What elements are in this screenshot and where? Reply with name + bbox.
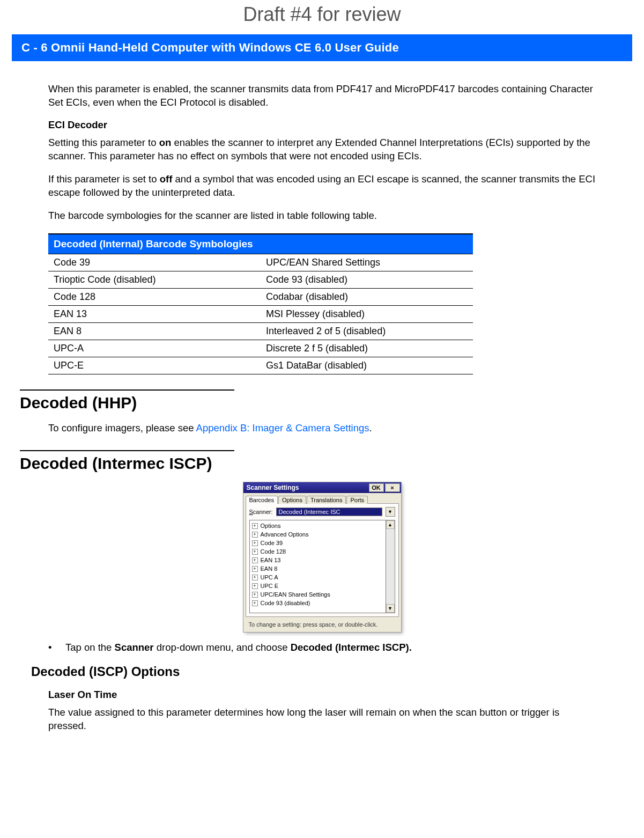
settings-tree[interactable]: +Options+Advanced Options+Code 39+Code 1… [249,520,386,613]
scrollbar[interactable]: ▲ ▼ [386,520,395,613]
scanner-label: Scanner: [249,509,273,515]
eci-paragraph-2: If this parameter is set to off and a sy… [48,173,596,200]
table-cell: Discrete 2 f 5 (disabled) [261,340,473,357]
expand-icon[interactable]: + [252,549,258,555]
decoded-iscp-options-heading: Decoded (ISCP) Options [31,664,596,679]
expand-icon[interactable]: + [252,600,258,606]
table-cell: EAN 8 [48,322,261,340]
tree-item-label: UPC E [261,583,279,589]
table-cell: Gs1 DataBar (disabled) [261,357,473,374]
text-fragment: If this parameter is set to [48,173,160,185]
text-fragment: . [369,422,372,433]
expand-icon[interactable]: + [252,523,258,529]
table-row: EAN 13MSI Plessey (disabled) [48,305,473,322]
tab-options[interactable]: Options [278,496,306,504]
dialog-tabs: BarcodesOptionsTranslationsPorts [243,493,401,503]
symbologies-table-header: Decoded (Internal) Barcode Symbologies [48,234,473,254]
ok-button[interactable]: OK [369,483,384,492]
tree-item[interactable]: +EAN 13 [251,556,384,564]
expand-icon[interactable]: + [252,566,258,572]
appendix-b-link[interactable]: Appendix B: Imager & Camera Settings [196,422,369,433]
dialog-hint-text: To change a setting: press space, or dou… [246,619,399,632]
scanner-dropdown[interactable]: Decoded (Intermec ISC [276,508,382,516]
expand-icon[interactable]: + [252,532,258,538]
bold-on: on [159,137,172,148]
instruction-bullet: • Tap on the Scanner drop-down menu, and… [48,642,596,653]
table-row: Code 39UPC/EAN Shared Settings [48,254,473,271]
laser-paragraph: The value assigned to this parameter det… [48,706,596,733]
table-row: UPC-ADiscrete 2 f 5 (disabled) [48,340,473,357]
table-row: Code 128Codabar (disabled) [48,288,473,305]
expand-icon[interactable]: + [252,557,258,563]
tree-item[interactable]: +Code 93 (disabled) [251,599,384,607]
tree-item[interactable]: +UPC/EAN Shared Settings [251,590,384,599]
page-header-bar: C - 6 Omnii Hand-Held Computer with Wind… [12,34,632,61]
tree-item-label: EAN 8 [261,565,278,572]
text-fragment: To configure imagers, please see [48,422,196,433]
scroll-track[interactable] [386,529,395,604]
tree-item-label: Code 93 (disabled) [261,600,310,606]
table-cell: UPC-A [48,340,261,357]
eci-paragraph-1: Setting this parameter to on enables the… [48,136,596,163]
tree-item-label: EAN 13 [261,557,281,563]
section-rule [20,450,234,451]
tree-item-label: UPC/EAN Shared Settings [261,591,330,598]
table-cell: Code 39 [48,254,261,271]
tree-item-label: Advanced Options [261,531,309,538]
tree-item[interactable]: +UPC A [251,573,384,582]
table-cell: Interleaved 2 of 5 (disabled) [261,322,473,340]
tree-item[interactable]: +EAN 8 [251,564,384,573]
eci-decoder-heading: ECI Decoder [48,119,596,131]
expand-icon[interactable]: + [252,540,258,546]
table-cell: UPC-E [48,357,261,374]
decoded-iscp-heading: Decoded (Intermec ISCP) [20,454,596,473]
table-cell: Trioptic Code (disabled) [48,271,261,288]
close-button[interactable]: × [385,483,400,492]
table-row: Trioptic Code (disabled)Code 93 (disable… [48,271,473,288]
scroll-up-icon[interactable]: ▲ [386,520,395,529]
tree-item[interactable]: +Code 128 [251,547,384,556]
text-fragment: drop-down menu, and choose [154,642,291,653]
tree-item[interactable]: +Advanced Options [251,530,384,539]
dialog-title-text: Scanner Settings [247,484,368,491]
table-row: UPC-EGs1 DataBar (disabled) [48,357,473,374]
bold-off: off [160,173,173,185]
table-cell: Code 93 (disabled) [261,271,473,288]
section-rule [20,389,234,391]
table-cell: Codabar (disabled) [261,288,473,305]
table-cell: Code 128 [48,288,261,305]
hhp-paragraph: To configure imagers, please see Appendi… [48,422,596,435]
expand-icon[interactable]: + [252,592,258,598]
table-cell: EAN 13 [48,305,261,322]
tab-ports[interactable]: Ports [346,496,368,504]
bold-scanner: Scanner [115,642,154,653]
draft-watermark: Draft #4 for review [0,0,644,29]
table-cell: MSI Plessey (disabled) [261,305,473,322]
symbologies-table: Decoded (Internal) Barcode Symbologies C… [48,233,473,374]
table-cell: UPC/EAN Shared Settings [261,254,473,271]
scanner-settings-dialog: Scanner Settings OK × BarcodesOptionsTra… [243,482,401,632]
dialog-titlebar: Scanner Settings OK × [243,482,401,493]
decoded-hhp-heading: Decoded (HHP) [20,394,596,412]
tab-translations[interactable]: Translations [307,496,346,504]
tree-item[interactable]: +UPC E [251,582,384,590]
dropdown-arrow-icon[interactable]: ▼ [386,507,395,517]
tree-item-label: UPC A [261,574,278,580]
tab-barcodes[interactable]: Barcodes [246,496,278,504]
bullet-marker: • [48,642,56,653]
text-fragment: Setting this parameter to [48,137,159,148]
table-row: EAN 8Interleaved 2 of 5 (disabled) [48,322,473,340]
tree-item[interactable]: +Options [251,521,384,530]
eci-paragraph-3: The barcode symbologies for the scanner … [48,209,596,223]
intro-paragraph: When this parameter is enabled, the scan… [48,83,596,109]
tree-item[interactable]: +Code 39 [251,539,384,547]
bold-decoded-iscp: Decoded (Intermec ISCP). [291,642,412,653]
tree-item-label: Options [261,523,281,529]
expand-icon[interactable]: + [252,583,258,589]
text-fragment: Tap on the [65,642,115,653]
scroll-down-icon[interactable]: ▼ [386,604,395,613]
expand-icon[interactable]: + [252,575,258,580]
tree-item-label: Code 128 [261,548,286,555]
tree-item-label: Code 39 [261,540,283,546]
laser-on-time-heading: Laser On Time [48,689,596,701]
